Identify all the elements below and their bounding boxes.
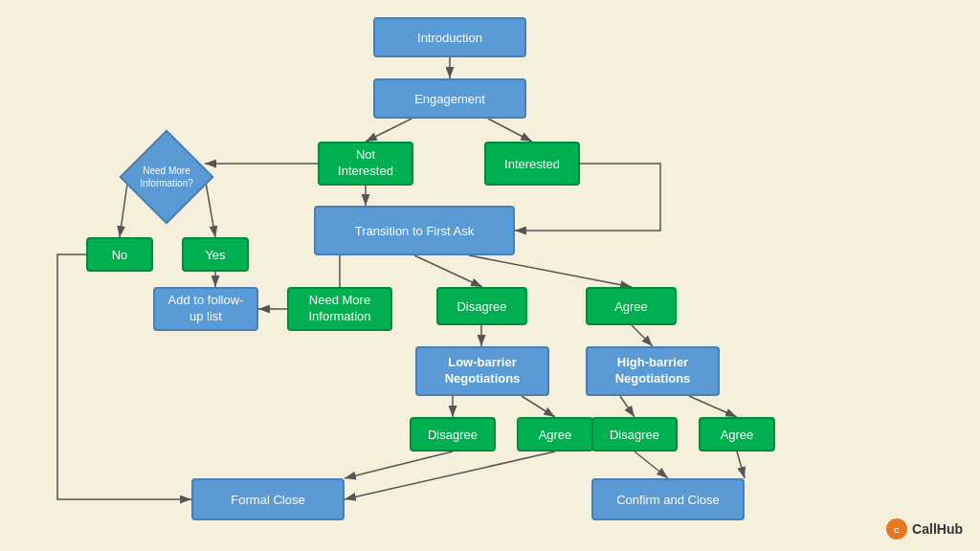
disagree1-node: Disagree — [436, 287, 527, 325]
svg-line-11 — [635, 452, 668, 478]
callhub-logo: C CallHub — [886, 518, 963, 540]
svg-text:C: C — [894, 526, 900, 535]
svg-line-9 — [345, 452, 453, 478]
disagree2-node: Disagree — [410, 417, 496, 452]
agree2-node: Agree — [517, 417, 593, 452]
callhub-logo-icon: C — [886, 518, 907, 540]
add-followup-node: Add to follow- up list — [153, 287, 258, 331]
agree3-node: Agree — [699, 417, 775, 452]
transition-node: Transition to First Ask — [314, 206, 515, 255]
introduction-node: Introduction — [373, 17, 526, 57]
formal-close-node: Formal Close — [191, 478, 345, 520]
interested-node: Interested — [484, 142, 580, 186]
agree1-node: Agree — [586, 287, 677, 325]
diamond-label: Need MoreInformation? — [140, 165, 193, 189]
disagree3-node: Disagree — [591, 417, 678, 452]
low-barrier-node: Low-barrier Negotiations — [415, 346, 549, 396]
yes-node: Yes — [182, 237, 249, 272]
svg-line-10 — [345, 452, 555, 499]
flowchart-diagram: Introduction Engagement Not Interested I… — [0, 0, 980, 551]
no-node: No — [86, 237, 153, 272]
need-more-info-diamond-container: Need MoreInformation? — [128, 139, 205, 215]
svg-line-4 — [205, 177, 215, 237]
confirm-close-node: Confirm and Close — [591, 478, 745, 520]
not-interested-node: Not Interested — [318, 142, 413, 186]
high-barrier-node: High-barrier Negotiations — [586, 346, 720, 396]
need-more-info2-node: Need More Information — [287, 287, 392, 331]
callhub-text: CallHub — [912, 521, 963, 537]
svg-line-12 — [737, 452, 745, 478]
svg-line-8 — [632, 325, 653, 346]
svg-line-3 — [120, 177, 128, 237]
engagement-node: Engagement — [373, 78, 526, 119]
